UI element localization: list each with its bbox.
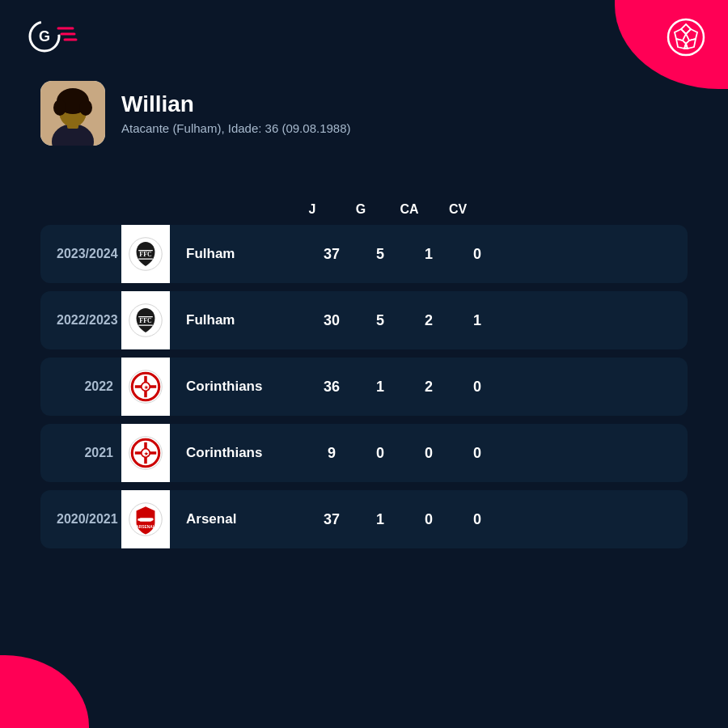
stat-cv: 0	[453, 366, 502, 408]
table-header: J G CA CV	[89, 202, 688, 225]
stat-cv: 1	[453, 299, 502, 342]
team-name: Fulham	[170, 299, 307, 341]
stat-j: 30	[307, 299, 356, 342]
team-name: Arsenal	[170, 498, 307, 540]
row-season: 2020/2021	[40, 499, 121, 540]
row-season: 2022/2023	[40, 300, 121, 341]
stat-ca: 2	[404, 299, 453, 342]
stat-cv: 0	[453, 498, 502, 541]
stat-g: 1	[356, 498, 404, 541]
stat-ca: 0	[404, 432, 453, 475]
svg-rect-43	[138, 518, 141, 521]
stat-ca: 1	[404, 233, 453, 276]
player-avatar	[40, 81, 105, 146]
stat-g: 5	[356, 233, 404, 276]
row-season: 2022	[40, 366, 121, 407]
team-logo-container: FFC	[121, 225, 170, 283]
stat-g: 0	[356, 432, 404, 475]
svg-point-18	[79, 99, 92, 116]
svg-marker-1	[681, 24, 691, 34]
header-cv: CV	[434, 202, 482, 217]
stat-j: 9	[307, 432, 356, 475]
svg-point-44	[150, 518, 154, 521]
svg-text:ARSENAL: ARSENAL	[136, 525, 154, 529]
header-j: J	[288, 202, 336, 217]
svg-marker-6	[684, 44, 688, 49]
header-g: G	[336, 202, 385, 217]
svg-rect-42	[139, 518, 152, 521]
table-row: 2022 ★ Corinthians 36 1 2 0	[40, 358, 688, 416]
stat-j: 36	[307, 366, 356, 408]
soccer-ball-icon	[667, 18, 705, 57]
stats-table: J G CA CV 2023/2024 FFC Fulham 37 5 1 0	[40, 202, 688, 557]
stat-cv: 0	[453, 432, 502, 475]
bottom-left-decoration	[0, 655, 89, 728]
team-name: Corinthians	[170, 366, 307, 408]
svg-point-17	[53, 99, 66, 116]
team-logo-container: ARSENAL	[121, 490, 170, 548]
team-logo-container: ★	[121, 424, 170, 482]
table-row: 2020/2021 ARSENAL Arsenal 37 1 0 0	[40, 490, 688, 548]
stat-ca: 0	[404, 498, 453, 541]
header-ca: CA	[385, 202, 434, 217]
stat-g: 1	[356, 366, 404, 408]
player-subtitle: Atacante (Fulham), Idade: 36 (09.08.1988…	[121, 121, 351, 135]
table-row: 2021 ★ Corinthians 9 0 0 0	[40, 424, 688, 482]
player-name: Willian	[121, 91, 351, 117]
player-header: Willian Atacante (Fulham), Idade: 36 (09…	[40, 81, 351, 146]
team-logo-container: ★	[121, 358, 170, 416]
stat-ca: 2	[404, 366, 453, 408]
team-name: Fulham	[170, 233, 307, 275]
svg-text:G: G	[39, 28, 50, 44]
stat-g: 5	[356, 299, 404, 342]
stat-j: 37	[307, 233, 356, 276]
team-logo-container: FFC	[121, 291, 170, 349]
brand-logo: G	[24, 16, 81, 57]
table-row: 2022/2023 FFC Fulham 30 5 2 1	[40, 291, 688, 349]
svg-text:FFC: FFC	[139, 317, 152, 324]
svg-text:FFC: FFC	[139, 251, 152, 258]
row-season: 2021	[40, 433, 121, 473]
row-season: 2023/2024	[40, 234, 121, 274]
table-row: 2023/2024 FFC Fulham 37 5 1 0	[40, 225, 688, 283]
player-info: Willian Atacante (Fulham), Idade: 36 (09…	[121, 91, 351, 135]
stat-j: 37	[307, 498, 356, 541]
svg-point-20	[76, 110, 79, 113]
svg-point-19	[66, 110, 70, 113]
team-name: Corinthians	[170, 432, 307, 474]
stat-cv: 0	[453, 233, 502, 276]
